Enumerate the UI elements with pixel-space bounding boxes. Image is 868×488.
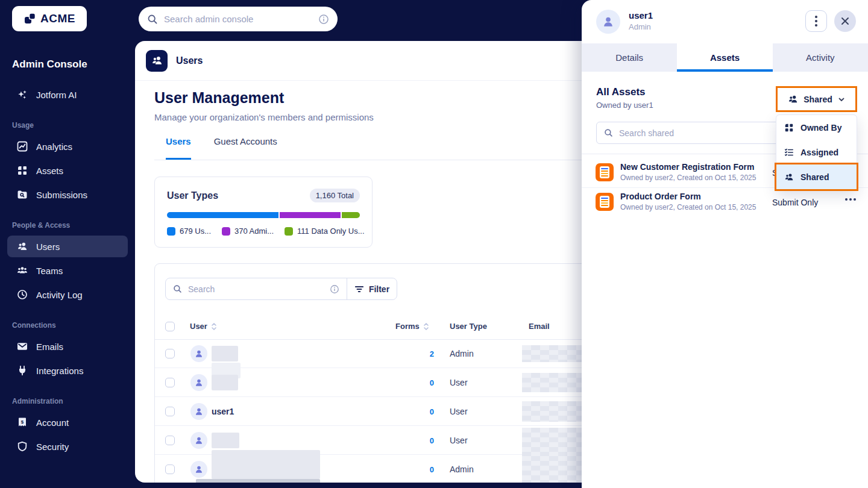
sidebar-nav: Jotform AI Usage Analytics Assets Submis… xyxy=(0,84,135,457)
sidebar-item-submissions[interactable]: Submissions xyxy=(7,184,128,205)
users-banner-icon xyxy=(146,50,168,72)
asset-filter-dropdown-button[interactable]: Shared xyxy=(776,86,857,112)
chevron-down-icon xyxy=(838,96,845,103)
sidebar: ACME Admin Console Jotform AI Usage Anal… xyxy=(0,0,135,488)
forms-count-link[interactable]: 0 xyxy=(396,436,434,445)
tab-assets[interactable]: Assets xyxy=(677,43,772,72)
tab-guest-accounts[interactable]: Guest Accounts xyxy=(214,136,277,160)
sidebar-item-assets[interactable]: Assets xyxy=(7,160,128,181)
filter-icon xyxy=(354,284,364,294)
filter-button[interactable]: Filter xyxy=(347,278,397,299)
form-icon xyxy=(596,163,614,181)
row-menu-button[interactable] xyxy=(845,198,856,201)
row-checkbox[interactable] xyxy=(165,378,175,387)
plug-icon xyxy=(17,365,28,376)
asset-row[interactable]: Product Order Form Owned by user2, Creat… xyxy=(582,189,868,217)
tab-users[interactable]: Users xyxy=(166,136,191,160)
asset-title[interactable]: New Customer Registration Form xyxy=(620,162,754,172)
sidebar-item-label: Analytics xyxy=(36,142,72,152)
user-types-legend: 679 Us... 370 Admi... 111 Data Only Us..… xyxy=(167,227,360,236)
menu-item-assigned[interactable]: Assigned xyxy=(776,140,857,164)
row-checkbox[interactable] xyxy=(165,349,175,358)
menu-item-owned-by[interactable]: Owned By xyxy=(776,115,857,140)
assets-search[interactable] xyxy=(596,122,788,144)
sidebar-item-label: Activity Log xyxy=(36,290,83,300)
user-type-cell: User xyxy=(450,436,468,445)
brand-name: ACME xyxy=(40,12,75,25)
sidebar-section-connections: Connections xyxy=(12,321,135,330)
redacted-name xyxy=(212,433,239,448)
sidebar-title: Admin Console xyxy=(12,58,123,70)
column-header-user-type[interactable]: User Type xyxy=(450,322,487,331)
info-icon[interactable] xyxy=(330,284,339,294)
sidebar-item-label: Submissions xyxy=(36,190,87,200)
users-icon xyxy=(151,55,163,66)
sidebar-item-label: Account xyxy=(36,418,69,428)
legend-label: 679 Us... xyxy=(180,227,211,236)
info-icon[interactable] xyxy=(318,14,329,25)
table-search[interactable] xyxy=(166,278,347,299)
search-icon xyxy=(147,14,158,25)
sidebar-item-label: Assets xyxy=(36,166,63,176)
legend-swatch xyxy=(285,227,293,236)
user-types-title: User Types xyxy=(167,190,218,201)
redacted-name xyxy=(212,450,320,479)
more-actions-button[interactable] xyxy=(805,10,827,32)
row-checkbox[interactable] xyxy=(165,465,175,474)
avatar xyxy=(190,461,207,478)
user-types-segment-admins xyxy=(280,212,341,218)
redacted-email xyxy=(522,345,590,362)
filter-selected-label: Shared xyxy=(804,95,832,104)
column-header-forms[interactable]: Forms xyxy=(395,322,429,331)
sidebar-item-users[interactable]: Users xyxy=(7,236,128,257)
admin-search-input[interactable] xyxy=(164,14,312,24)
assigned-checklist-icon xyxy=(784,148,794,157)
forms-count-link[interactable]: 2 xyxy=(396,349,434,358)
assets-search-input[interactable] xyxy=(619,128,780,138)
sort-icon[interactable] xyxy=(211,322,217,331)
avatar xyxy=(596,10,620,34)
sidebar-section-administration: Administration xyxy=(12,397,135,405)
user-name-cell[interactable]: user1 xyxy=(212,407,234,416)
tab-activity[interactable]: Activity xyxy=(773,43,868,72)
menu-item-shared[interactable]: Shared xyxy=(776,164,857,189)
sidebar-item-label: Jotform AI xyxy=(36,90,77,100)
column-header-user[interactable]: User xyxy=(190,322,217,331)
assets-grid-icon xyxy=(17,165,28,176)
sidebar-item-jotform-ai[interactable]: Jotform AI xyxy=(7,84,128,105)
user-types-bar xyxy=(167,212,360,218)
row-checkbox[interactable] xyxy=(165,407,175,416)
sidebar-item-emails[interactable]: Emails xyxy=(7,336,128,357)
sidebar-item-teams[interactable]: Teams xyxy=(7,260,128,281)
asset-meta: Owned by user2, Created on Oct 15, 2025 xyxy=(620,203,756,211)
column-header-email[interactable]: Email xyxy=(529,322,550,331)
forms-count-link[interactable]: 0 xyxy=(396,378,434,387)
all-assets-title: All Assets xyxy=(596,86,646,98)
admin-search-bar[interactable] xyxy=(139,7,338,31)
asset-title[interactable]: Product Order Form xyxy=(620,192,701,201)
sidebar-item-integrations[interactable]: Integrations xyxy=(7,360,128,381)
user-detail-panel: user1 Admin Details Assets Activity All … xyxy=(582,0,868,488)
avatar xyxy=(190,432,207,449)
user-type-cell: User xyxy=(450,407,468,416)
forms-count-link[interactable]: 0 xyxy=(396,465,434,474)
banner-title: Users xyxy=(176,55,203,66)
sidebar-item-security[interactable]: Security xyxy=(7,436,128,457)
avatar xyxy=(190,403,207,420)
user-type-cell: Admin xyxy=(450,349,474,358)
close-button[interactable] xyxy=(834,10,856,32)
forms-count-link[interactable]: 0 xyxy=(396,407,434,416)
tab-details[interactable]: Details xyxy=(582,43,677,72)
select-all-checkbox[interactable] xyxy=(165,322,175,331)
sidebar-item-analytics[interactable]: Analytics xyxy=(7,136,128,157)
row-checkbox[interactable] xyxy=(165,436,175,445)
table-search-input[interactable] xyxy=(188,284,324,294)
brand-logo[interactable]: ACME xyxy=(12,6,87,31)
redacted-email xyxy=(522,401,590,422)
sidebar-item-account[interactable]: $ Account xyxy=(7,411,128,433)
sort-icon[interactable] xyxy=(423,322,429,331)
redacted-email xyxy=(522,456,590,483)
sidebar-item-activity-log[interactable]: Activity Log xyxy=(7,284,128,305)
legend-label: 370 Admi... xyxy=(234,227,274,236)
legend-swatch xyxy=(167,227,175,236)
